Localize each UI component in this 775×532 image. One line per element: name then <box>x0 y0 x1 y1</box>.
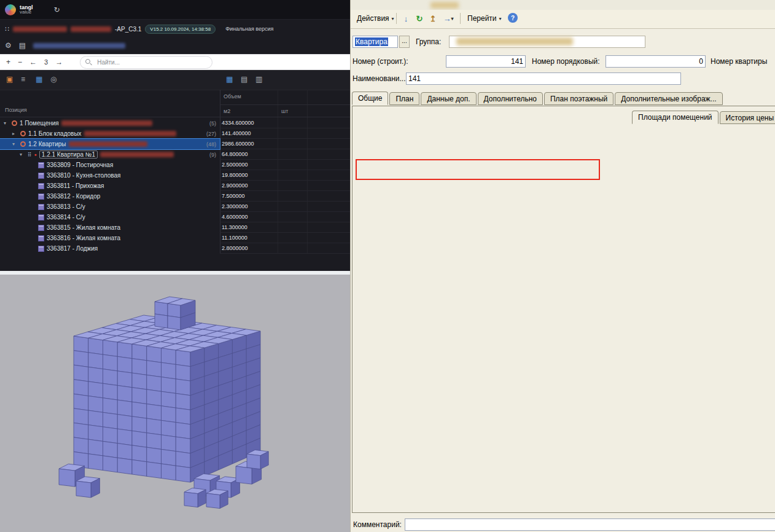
tab-additional-images[interactable]: Дополнительные изображ... <box>615 92 722 105</box>
forward-button[interactable]: → <box>55 58 63 66</box>
volume-value: 141.400000 <box>222 128 283 139</box>
open-icon[interactable]: ↥ <box>427 12 439 25</box>
zoom-in-button[interactable]: + <box>6 58 10 66</box>
tree-item-label: 3363810 - Кухня-столовая <box>47 172 120 179</box>
volume-value: 2.9000000 <box>222 181 283 191</box>
order-number-field[interactable] <box>606 55 706 68</box>
export-icon[interactable]: →▾ <box>440 12 456 25</box>
expand-arrow-icon[interactable]: ▾ <box>4 120 9 126</box>
item-count: (27) <box>206 131 216 137</box>
import-icon[interactable]: ↓ <box>400 12 412 25</box>
table-view-icon[interactable]: ▦ <box>226 75 233 84</box>
element-cube-icon <box>38 183 44 189</box>
tree-row[interactable]: ▾ 1 Помещения (5) <box>0 118 220 128</box>
panels-icon[interactable]: ▤ <box>19 41 26 50</box>
caret-down-icon: ▾ <box>451 16 453 22</box>
redacted-group-value <box>456 37 573 45</box>
share-icon[interactable]: ∷ <box>5 25 9 33</box>
back-button[interactable]: ← <box>29 58 37 66</box>
element-cube-icon <box>38 204 44 210</box>
name-label: Наименовани... <box>352 74 406 83</box>
volume-value: 2.5000000 <box>222 160 283 170</box>
grid-blue-icon[interactable]: ▦ <box>36 75 42 84</box>
tree-row[interactable]: 3363812 - Коридор <box>0 191 220 201</box>
volume-column-header: Объем <box>224 93 241 100</box>
help-button[interactable]: ? <box>508 13 518 23</box>
tab-general[interactable]: Общие <box>352 92 388 105</box>
tree-row[interactable]: ▾ ⠿ ● 1.2.1 Квартира №1 (9) <box>0 149 220 160</box>
redacted-model-link[interactable] <box>33 43 125 49</box>
tree-item-label: 1.2.1 Квартира №1 <box>39 151 98 158</box>
tree-item-label: 3363817 - Лоджия <box>47 245 98 252</box>
comment-field[interactable] <box>405 518 775 531</box>
tree-row[interactable]: 3363810 - Кухня-столовая <box>0 170 220 181</box>
volume-value: 11.100000 <box>222 233 283 243</box>
caret-down-icon: ▾ <box>499 16 502 22</box>
tangl-logo-icon <box>5 4 16 15</box>
tangl-logo-text: tangl value <box>20 5 33 15</box>
search-input[interactable] <box>96 58 190 66</box>
tree-item-label: 3363809 - Постирочная <box>47 162 113 168</box>
3d-viewport[interactable] <box>0 275 350 532</box>
tree-item-label: 3363813 - С/у <box>47 203 85 210</box>
build-number-field[interactable] <box>446 55 526 68</box>
reread-icon[interactable]: ↻ <box>413 12 426 25</box>
actions-button[interactable]: Действия▾ <box>353 12 398 25</box>
tree-item-label: 1 Помещения <box>20 120 59 127</box>
volume-value: 2.3000000 <box>222 201 283 212</box>
tree-row[interactable]: 3363813 - С/у <box>0 201 220 212</box>
tree-row-selected[interactable]: ▾ 1.2 Квартиры (48) <box>0 139 220 149</box>
view-toolbar: + − ← 3 → <box>0 54 350 70</box>
category-icon <box>12 120 17 126</box>
refresh-icon[interactable]: ↻ <box>54 6 60 14</box>
caret-down-icon: ▾ <box>392 16 394 22</box>
tree-row[interactable]: 3363815 - Жилая комната <box>0 222 220 233</box>
list-icon[interactable]: ≡ <box>21 75 25 84</box>
tree-item-label: 1.1 Блок кладовых <box>28 130 82 137</box>
tab-price-history[interactable]: История цены <box>720 111 775 124</box>
header-divider <box>220 104 350 105</box>
tab-extra-data[interactable]: Данные доп. <box>421 92 476 105</box>
category-icon <box>20 131 26 136</box>
tree-row[interactable]: 3363816 - Жилая комната <box>0 233 220 243</box>
red-highlight-box <box>356 159 600 180</box>
main-toolbar: Действия▾ ↓ ↻ ↥ →▾ Перейти▾ ? <box>351 10 775 29</box>
expand-arrow-icon[interactable]: ▾ <box>20 152 25 157</box>
drag-handle-icon[interactable]: ⠿ <box>28 152 32 158</box>
zoom-out-button[interactable]: − <box>18 58 22 66</box>
volume-value: 11.300000 <box>222 222 283 233</box>
tree-row[interactable]: 3363814 - С/у <box>0 212 220 222</box>
object-ellipsis-button[interactable]: ... <box>399 36 410 48</box>
name-field[interactable] <box>406 72 681 85</box>
tab-plan[interactable]: План <box>389 92 419 105</box>
model-row: ⚙ ▤ <box>0 38 350 53</box>
target-icon[interactable]: ◎ <box>50 75 56 84</box>
model-cube-icon[interactable]: ▣ <box>6 75 13 84</box>
areas-tabs: Площади помещений История цены <box>632 111 775 124</box>
tree-item-label: 3363815 - Жилая комната <box>47 224 120 231</box>
category-icon <box>20 141 26 147</box>
box-view-icon[interactable]: ▥ <box>255 75 262 84</box>
go-button[interactable]: Перейти▾ <box>464 12 505 25</box>
main-tabs: Общие План Данные доп. Дополнительно Пла… <box>352 92 724 105</box>
tab-additional[interactable]: Дополнительно <box>478 92 543 105</box>
expand-arrow-icon[interactable]: ▸ <box>12 131 18 136</box>
tree-row[interactable]: 3363809 - Постирочная <box>0 160 220 170</box>
card-view-icon[interactable]: ▤ <box>241 75 247 84</box>
search-box[interactable] <box>80 56 212 69</box>
search-icon <box>85 59 92 66</box>
object-type-field[interactable]: Квартира <box>352 36 398 48</box>
element-cube-icon <box>38 214 44 221</box>
tree-row[interactable]: ▸ 1.1 Блок кладовых (27) <box>0 128 220 139</box>
tab-areas[interactable]: Площади помещений <box>632 111 719 124</box>
tree-row[interactable]: 3363811 - Прихожая <box>0 181 220 191</box>
onec-window: Действия▾ ↓ ↻ ↥ →▾ Перейти▾ ? Квартира .… <box>350 0 775 532</box>
redacted-text <box>61 120 152 126</box>
order-number-label: Номер порядковый: <box>532 57 600 66</box>
gear-icon[interactable]: ⚙ <box>5 41 12 50</box>
redacted-text <box>84 131 176 136</box>
tree-row[interactable]: 3363817 - Лоджия <box>0 243 220 254</box>
expand-arrow-icon[interactable]: ▾ <box>12 141 18 147</box>
tab-floor-plan[interactable]: План поэтажный <box>544 92 613 105</box>
toolbar-separator <box>396 13 397 24</box>
